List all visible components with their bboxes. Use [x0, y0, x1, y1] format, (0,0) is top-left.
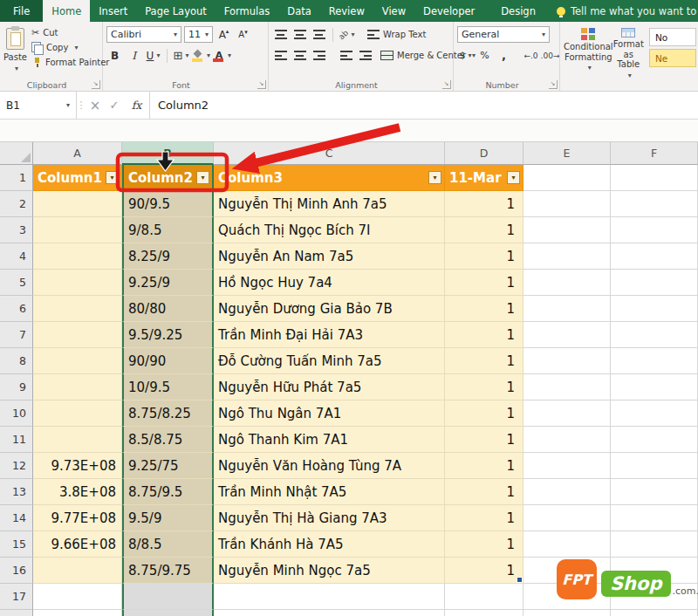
cell-B11[interactable]: 8.5/8.75: [122, 427, 214, 453]
cell-C4[interactable]: Nguyễn An Nam 7a5: [214, 243, 445, 270]
increase-indent-button[interactable]: [357, 47, 373, 64]
fill-color-button[interactable]: [192, 47, 210, 64]
row-header-10[interactable]: 10: [0, 400, 33, 427]
alignment-dialog-launcher[interactable]: [442, 80, 451, 89]
cell-E10[interactable]: [524, 400, 611, 427]
cell-C15[interactable]: Trần Khánh Hà 7A5: [214, 531, 445, 558]
row-header-12[interactable]: 12: [0, 453, 33, 479]
cell-F7[interactable]: [611, 322, 698, 348]
filter-button-b1[interactable]: [196, 171, 209, 184]
row-header-13[interactable]: 13: [0, 479, 33, 505]
cell-B10[interactable]: 8.75/8.25: [122, 400, 214, 427]
cell-A1[interactable]: Column1: [33, 165, 122, 191]
cell-A13[interactable]: 3.8E+08: [33, 479, 122, 505]
row-header-16[interactable]: 16: [0, 558, 33, 584]
cell-E15[interactable]: [524, 531, 611, 558]
cell-E6[interactable]: [524, 296, 611, 322]
cell-A16[interactable]: [33, 558, 122, 584]
align-bottom-button[interactable]: [311, 26, 327, 43]
cell-B16[interactable]: 8.75/9.75: [122, 558, 214, 584]
row-header-14[interactable]: 14: [0, 505, 33, 531]
format-as-table-button[interactable]: Format as Table: [613, 25, 644, 79]
cell-E3[interactable]: [524, 217, 611, 243]
cell-D17[interactable]: [445, 584, 524, 610]
cell-A6[interactable]: [33, 296, 122, 322]
cell-B8[interactable]: 90/90: [122, 348, 214, 374]
cell-D16[interactable]: 1: [445, 558, 524, 584]
cell-A7[interactable]: [33, 322, 122, 348]
column-header-a[interactable]: A: [33, 142, 122, 165]
cell-B6[interactable]: 80/80: [122, 296, 214, 322]
cell-B17[interactable]: [122, 584, 214, 610]
column-header-d[interactable]: D: [445, 142, 524, 165]
cell-C16[interactable]: Nguyễn Minh Ngọc 7a5: [214, 558, 445, 584]
cell-B15[interactable]: 8/8.5: [122, 531, 214, 558]
row-header-11[interactable]: 11: [0, 427, 33, 453]
filter-button-a1[interactable]: [106, 171, 119, 184]
row-header-15[interactable]: 15: [0, 531, 33, 558]
cell-F1[interactable]: [611, 165, 698, 191]
italic-button[interactable]: [126, 47, 142, 64]
cell-D8[interactable]: 1: [445, 348, 524, 374]
cell-E11[interactable]: [524, 427, 611, 453]
align-right-button[interactable]: [311, 47, 327, 64]
align-middle-button[interactable]: [291, 26, 308, 43]
cell-C13[interactable]: Trần Minh Nhật 7A5: [214, 479, 445, 505]
increase-font-button[interactable]: [216, 26, 232, 43]
tab-design[interactable]: Design: [492, 0, 544, 22]
cell-C10[interactable]: Ngô Thu Ngân 7A1: [214, 400, 445, 427]
cell-F5[interactable]: [611, 270, 698, 296]
cell-D9[interactable]: 1: [445, 374, 524, 400]
insert-function-icon[interactable]: fx: [124, 92, 150, 119]
font-color-button[interactable]: [213, 47, 231, 64]
percent-style-button[interactable]: [476, 47, 493, 64]
align-top-button[interactable]: [272, 26, 289, 43]
cell-D5[interactable]: 1: [445, 270, 524, 296]
cell-F3[interactable]: [611, 217, 698, 243]
cell-A18[interactable]: [33, 610, 122, 616]
cell-F8[interactable]: [611, 348, 698, 374]
cancel-icon[interactable]: [86, 92, 105, 119]
cell-A14[interactable]: 9.77E+08: [33, 505, 122, 531]
cell-A11[interactable]: [33, 427, 122, 453]
cell-D14[interactable]: 1: [445, 505, 524, 531]
tell-me-box[interactable]: Tell me what you want to do...: [557, 0, 698, 22]
select-all-corner[interactable]: [0, 142, 33, 165]
number-dialog-launcher[interactable]: [549, 80, 558, 89]
cell-A12[interactable]: 9.73E+08: [33, 453, 122, 479]
decrease-font-button[interactable]: [235, 26, 251, 43]
borders-button[interactable]: [173, 47, 189, 64]
tab-formulas[interactable]: Formulas: [216, 0, 279, 22]
column-header-f[interactable]: F: [611, 142, 698, 165]
number-format-select[interactable]: General: [457, 26, 550, 43]
cell-E13[interactable]: [524, 479, 611, 505]
row-header-5[interactable]: 5: [0, 270, 33, 296]
cell-D15[interactable]: 1: [445, 531, 524, 558]
cell-E1[interactable]: [524, 165, 611, 191]
cell-A15[interactable]: 9.66E+08: [33, 531, 122, 558]
cell-A8[interactable]: [33, 348, 122, 374]
cell-C8[interactable]: Đỗ Cường Tuấn Minh 7a5: [214, 348, 445, 374]
cell-D10[interactable]: 1: [445, 400, 524, 427]
cell-C3[interactable]: Quách Thị Ngọc Bích 7I: [214, 217, 445, 243]
tab-file[interactable]: File: [0, 0, 43, 22]
tab-page-layout[interactable]: Page Layout: [136, 0, 216, 22]
row-header-7[interactable]: 7: [0, 322, 33, 348]
cell-D3[interactable]: 1: [445, 217, 524, 243]
row-header-8[interactable]: 8: [0, 348, 33, 374]
cell-D18[interactable]: [445, 610, 524, 616]
tab-review[interactable]: Review: [320, 0, 373, 22]
cell-D7[interactable]: 1: [445, 322, 524, 348]
cell-E4[interactable]: [524, 243, 611, 270]
cell-C14[interactable]: Nguyễn Thị Hà Giang 7A3: [214, 505, 445, 531]
cell-F4[interactable]: [611, 243, 698, 270]
cell-C17[interactable]: [214, 584, 445, 610]
cell-E8[interactable]: [524, 348, 611, 374]
accounting-format-button[interactable]: [457, 47, 474, 64]
conditional-formatting-button[interactable]: Conditional Formatting: [564, 25, 613, 79]
cell-E7[interactable]: [524, 322, 611, 348]
row-header-3[interactable]: 3: [0, 217, 33, 243]
cell-E12[interactable]: [524, 453, 611, 479]
cell-F11[interactable]: [611, 427, 698, 453]
row-header-1[interactable]: 1: [0, 165, 33, 191]
